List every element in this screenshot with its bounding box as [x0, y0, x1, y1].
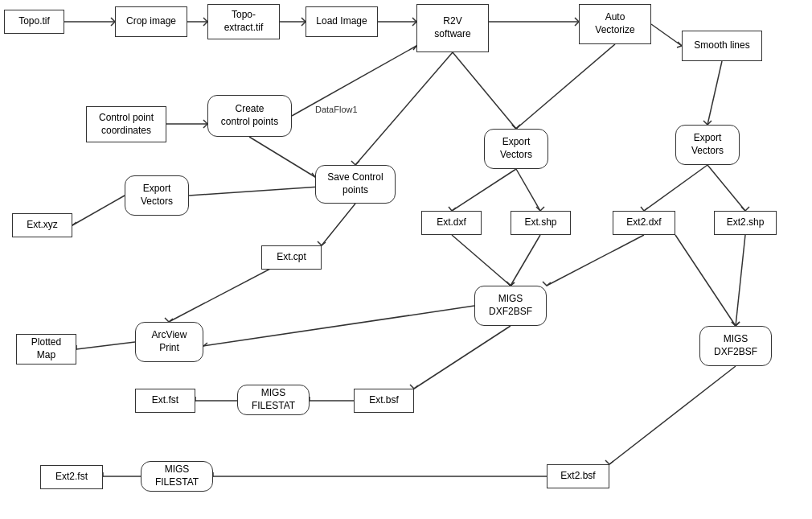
node-load-image: Load Image — [306, 6, 378, 37]
svg-line-25 — [736, 235, 745, 326]
svg-line-19 — [72, 196, 125, 225]
node-ext-shp: Ext.shp — [511, 211, 571, 235]
node-auto-vectorize: Auto Vectorize — [579, 4, 651, 44]
node-ext-dxf: Ext.dxf — [421, 211, 482, 235]
node-migs-filestat-bottom: MIGS FILESTAT — [141, 461, 213, 492]
svg-line-6 — [707, 61, 722, 125]
node-ext2-bsf: Ext2.bsf — [547, 464, 609, 488]
diagram: DataFlow1 Topo.tifCrop imageTopo- extrac… — [0, 0, 812, 519]
node-migs-dxf2bsf-top: MIGS DXF2BSF — [474, 286, 547, 326]
node-ext2-fst: Ext2.fst — [40, 465, 103, 489]
node-ext-xyz: Ext.xyz — [12, 213, 72, 237]
node-create-control-points: Create control points — [207, 95, 292, 137]
node-ext-bsf: Ext.bsf — [354, 389, 414, 413]
node-ext-fst: Ext.fst — [135, 389, 195, 413]
svg-line-32 — [609, 366, 736, 464]
dataflow-label: DataFlow1 — [315, 105, 358, 114]
svg-line-24 — [547, 235, 644, 286]
node-export-vectors-right: Export Vectors — [484, 129, 548, 169]
node-arcview-print: ArcView Print — [135, 322, 203, 362]
node-ext-cpt: Ext.cpt — [261, 245, 322, 270]
node-migs-filestat-top: MIGS FILESTAT — [237, 385, 310, 415]
svg-line-5 — [651, 24, 682, 46]
svg-line-11 — [452, 169, 516, 211]
svg-line-23 — [511, 235, 540, 286]
node-export-vectors-far-right: Export Vectors — [675, 125, 740, 165]
node-migs-dxf2bsf-right: MIGS DXF2BSF — [699, 326, 772, 366]
svg-line-14 — [707, 165, 745, 211]
node-smooth-lines: Smooth lines — [682, 31, 762, 61]
node-ext2-dxf: Ext2.dxf — [613, 211, 675, 235]
node-topo-tif: Topo.tif — [4, 10, 64, 34]
svg-line-13 — [644, 165, 707, 211]
node-r2v-software: R2V software — [416, 4, 489, 52]
node-ext2-shp: Ext2.shp — [714, 211, 777, 235]
arrows-svg — [0, 0, 812, 519]
svg-line-9 — [453, 52, 516, 129]
svg-line-10 — [516, 44, 615, 129]
node-topo-extract: Topo- extract.tif — [207, 4, 280, 39]
svg-line-27 — [414, 326, 511, 389]
svg-line-17 — [355, 52, 453, 165]
svg-line-30 — [203, 306, 474, 346]
svg-line-31 — [76, 342, 135, 349]
svg-line-18 — [249, 137, 315, 177]
svg-line-22 — [452, 235, 511, 286]
node-save-control-points: Save Control points — [315, 165, 396, 204]
node-crop-image: Crop image — [115, 6, 187, 37]
svg-line-20 — [322, 204, 355, 245]
node-export-vectors-left: Export Vectors — [125, 175, 189, 216]
node-control-point-coords: Control point coordinates — [86, 106, 166, 142]
svg-line-12 — [516, 169, 540, 211]
node-plotted-map: Plotted Map — [16, 334, 76, 365]
svg-line-26 — [675, 235, 736, 326]
